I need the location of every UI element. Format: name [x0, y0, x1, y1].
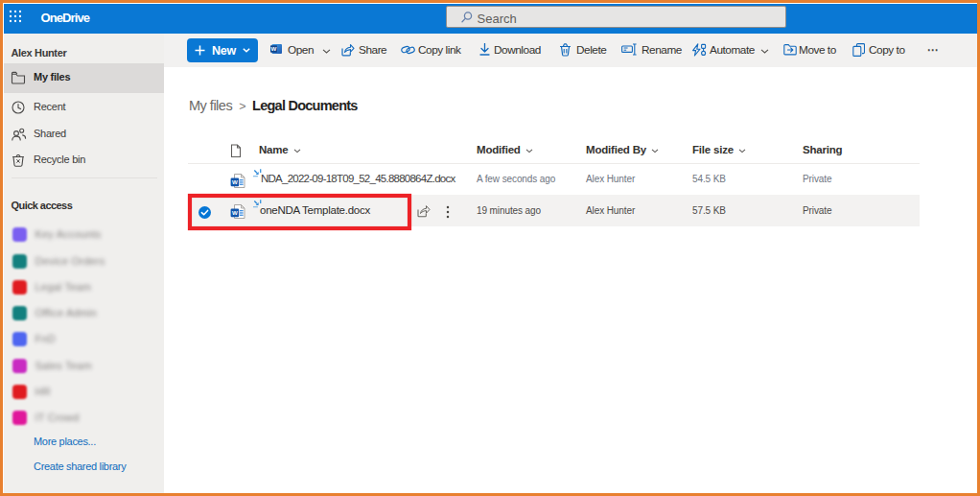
- svg-text:W: W: [232, 178, 238, 185]
- svg-text:W: W: [271, 45, 277, 52]
